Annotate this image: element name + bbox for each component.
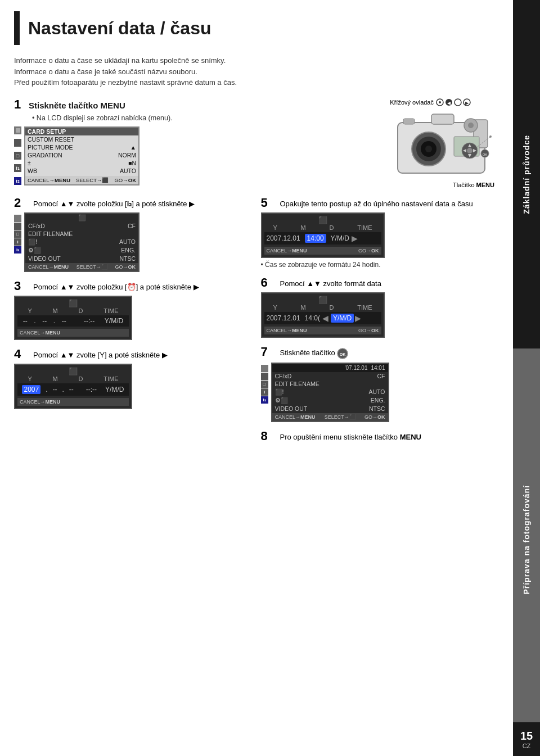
dt2-m: M	[53, 375, 58, 382]
svg-text:◀: ◀	[447, 101, 451, 106]
svg-point-27	[489, 135, 492, 138]
step1-row: 1 Stiskněte tlačítko MENU Na LCD displej…	[14, 98, 499, 188]
menu-row-exp: ±■N	[25, 159, 138, 167]
svg-text:▶: ▶	[465, 101, 469, 106]
dt4-y: Y	[273, 304, 277, 311]
sidebar-bottom-label: Příprava na fotografování	[522, 485, 531, 595]
dt4-time: TIME	[357, 304, 372, 311]
m2-top-arrow: ⬛	[25, 214, 138, 222]
m3-icon-3: □	[261, 381, 268, 388]
wb-label: WB	[28, 168, 37, 174]
dt3-top-icon: ⬛	[264, 216, 381, 224]
dt4-format: Y/M/D	[331, 314, 354, 323]
m2-cfxd-row: CF/xD CF	[25, 222, 138, 230]
svg-rect-16	[431, 114, 454, 124]
step3-num: 3	[14, 280, 29, 292]
step1-left: 1 Stiskněte tlačítko MENU Na LCD displej…	[14, 98, 353, 185]
dt4-top-icon: ⬛	[264, 296, 381, 304]
step6-text: Pomocí ▲▼ zvolte formát data	[280, 277, 381, 289]
menu-row-custom-reset: CUSTOM RESET	[25, 135, 138, 143]
wb-value: AUTO	[120, 168, 136, 174]
m3-editfile: EDIT FILENAME	[272, 380, 388, 388]
svg-point-6	[454, 99, 461, 106]
nav-icon-1	[436, 98, 444, 106]
ok-button-icon: OK	[337, 348, 348, 359]
sidebar-bottom: Příprava na fotografování	[513, 348, 540, 731]
custom-reset-label: CUSTOM RESET	[28, 136, 74, 143]
camera-diagram: OK	[386, 108, 499, 182]
dt1-time: TIME	[104, 307, 118, 314]
m2-video-row: VIDEO OUT NTSC	[25, 255, 138, 262]
exp-value: ■N	[128, 160, 136, 166]
nav-icon-4: ▶	[463, 98, 471, 106]
dt4-labels: Y M D TIME	[264, 304, 381, 311]
m3-icon-1	[261, 365, 268, 372]
select-menu-1: SELECT→⬛	[76, 177, 109, 183]
dt4-cancel: CANCEL→MENU	[267, 328, 307, 333]
m2-auto-icon: ⬛!	[28, 238, 37, 246]
m2-edit-label: EDIT FILENAME	[28, 230, 73, 237]
menu-row-wb: WBAUTO	[25, 167, 138, 175]
dt3-d: D	[330, 224, 334, 231]
dt3-bottom: CANCEL→MENU GO→OK	[264, 247, 381, 255]
step1-right: Křížový ovladač ◀ ▶	[353, 98, 499, 188]
m2-editfile-row: EDIT FILENAME	[25, 230, 138, 238]
step6-num: 6	[261, 277, 276, 289]
dt1-cancel: CANCEL→MENU	[20, 330, 60, 336]
dt1-time-val: --:--	[84, 317, 94, 325]
m2-icon-1	[14, 215, 21, 222]
m3-auto: ⬛! AUTO	[272, 388, 388, 396]
step7-text: Stiskněte tlačítko OK	[280, 346, 349, 359]
svg-rect-1	[16, 128, 20, 133]
page-num: 15	[520, 730, 533, 743]
datetime-screen-4: ⬛ Y M D TIME 2007.12.01 14:0( ◀ Y/M/D ▶	[261, 292, 385, 338]
m3-go: GO→OK	[364, 414, 385, 420]
page-lang: CZ	[523, 743, 531, 749]
dt4-bottom: CANCEL→MENU GO→OK	[264, 327, 381, 334]
nav-icon-2: ◀	[445, 98, 453, 106]
dt3-m: M	[301, 224, 306, 231]
dt1-m: M	[53, 307, 58, 314]
m3-cancel: CANCEL→MENU	[275, 414, 316, 420]
m2-go: GO→OK	[115, 264, 136, 270]
dt1-values: -- . -- . -- --:-- Y/M/D	[17, 315, 129, 327]
dt1-y-val: --	[23, 317, 28, 325]
step6-block: 6 Pomocí ▲▼ zvolte formát data ⬛ Y M D T…	[261, 277, 500, 338]
step8-menu-word: MENU	[400, 433, 421, 441]
step2-arrows: ▲▼	[60, 200, 75, 208]
dt4-m: M	[301, 304, 306, 311]
m3-auto-val: AUTO	[369, 388, 385, 396]
step1-num: 1	[14, 98, 29, 111]
svg-point-3	[439, 101, 441, 103]
picture-mode-icon: ▲	[130, 144, 136, 151]
menu2-sidebar: □ i i₂	[14, 215, 22, 254]
step6-header: 6 Pomocí ▲▼ zvolte formát data	[261, 277, 500, 289]
datetime-screen-2: ⬛ Y M D TIME 2007 . -- . -- --:--	[14, 364, 132, 409]
m2-cfxd-label: CF/xD	[28, 223, 45, 229]
cancel-menu-1: CANCEL→MENU	[28, 177, 70, 183]
datetime-screen-3: ⬛ Y M D TIME 2007.12.01 14:00 Y/M/D ▶	[261, 212, 385, 258]
m3-bottom: CANCEL→MENU SELECT→⬛ GO→OK	[272, 413, 388, 421]
m3-eng: ⚙⬛ ENG.	[272, 396, 388, 405]
dt3-y: Y	[273, 224, 277, 231]
intro-line1: Informace o datu a čase se ukládají na k…	[14, 55, 499, 66]
m2-cfxd-value: CF	[128, 223, 136, 229]
dt1-labels: Y M D TIME	[17, 307, 129, 314]
dt1-sep2: .	[53, 317, 55, 325]
go-menu-1: GO→OK	[114, 177, 136, 183]
m2-icon-2	[14, 223, 21, 230]
datetime-screen-1: ⬛ Y M D TIME -- . -- . -- --:--	[14, 296, 132, 340]
step3-arrows: ▲▼	[60, 283, 75, 291]
menu-screen-3-wrapper: □ i i₂ '07.12.01 14:01 CF/xD CF ED	[261, 363, 500, 422]
icon-1	[14, 126, 21, 134]
step4-text: Pomocí ▲▼ zvolte [Y] a poté stiskněte ▶	[33, 348, 168, 360]
step1-header: 1 Stiskněte tlačítko MENU	[14, 98, 353, 111]
menu-bold: MENU	[476, 182, 494, 188]
dt4-values: 2007.12.01 14:0( ◀ Y/M/D ▶	[264, 312, 381, 324]
dt2-sep2: .	[62, 386, 64, 393]
menu-bottom-1: CANCEL→MENU SELECT→⬛ GO→OK	[25, 176, 138, 184]
sidebar-top-label: Základní průvodce	[522, 135, 531, 214]
m3-cfxd: CF/xD CF	[272, 372, 388, 380]
intro-line2: Informace o datu a čase je také součástí…	[14, 66, 499, 78]
dt2-y: Y	[28, 375, 32, 382]
